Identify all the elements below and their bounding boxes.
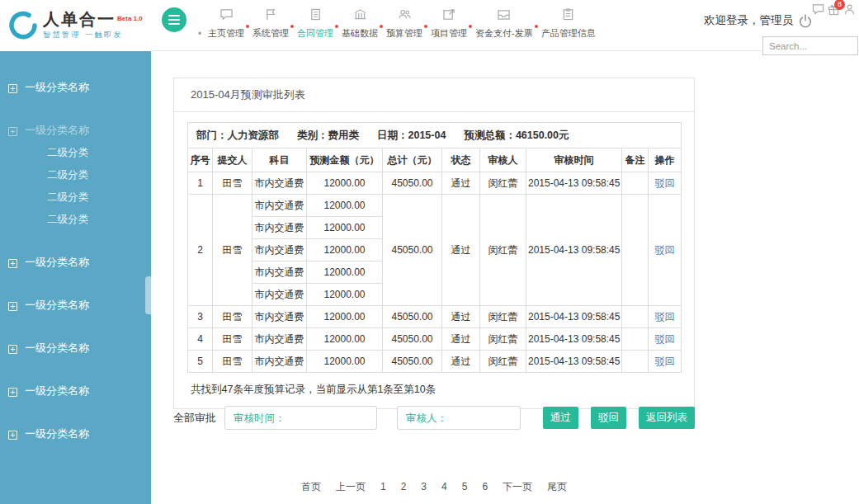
menu-toggle-button[interactable] bbox=[162, 7, 186, 32]
power-icon[interactable] bbox=[798, 14, 813, 29]
action-cell: 驳回 bbox=[649, 195, 682, 306]
nav-item[interactable]: 资金支付-发票 bbox=[475, 8, 533, 40]
nav-item-label: 项目管理 bbox=[431, 27, 467, 40]
review-time-cell: 2015-04-13 09:58:45 bbox=[526, 306, 622, 328]
sidebar-menu: +一级分类名称+一级分类名称二级分类二级分类二级分类二级分类+一级分类名称+一级… bbox=[0, 51, 151, 445]
sidebar-item-label: 一级分类名称 bbox=[25, 341, 89, 354]
reject-link[interactable]: 驳回 bbox=[655, 177, 675, 189]
sidebar-item-category[interactable]: +一级分类名称 bbox=[0, 294, 151, 317]
status-cell: 通过 bbox=[442, 328, 480, 351]
nav-item[interactable]: 系统管理 bbox=[253, 8, 289, 40]
back-to-list-button[interactable]: 返回列表 bbox=[639, 407, 695, 429]
submitter-cell: 田雪 bbox=[213, 351, 253, 373]
reject-link[interactable]: 驳回 bbox=[655, 356, 675, 367]
nav-item[interactable]: 产品管理信息 bbox=[541, 8, 596, 40]
column-header: 科目 bbox=[253, 148, 307, 172]
table-row: 2田雪市内交通费12000.0045050.00通过闵红蕾2015-04-13 … bbox=[188, 195, 682, 217]
forecast-table-body: 部门：人力资源部类别：费用类日期：2015-04预测总额：46150.00元序号… bbox=[188, 123, 682, 373]
reviewer-input[interactable] bbox=[397, 406, 521, 430]
nav-item[interactable]: 预算管理 bbox=[386, 8, 422, 40]
tree-expand-icon[interactable]: + bbox=[8, 84, 17, 93]
summary-pair: 类别：费用类 bbox=[297, 130, 359, 141]
column-header: 审核时间 bbox=[526, 148, 622, 172]
nav-item[interactable]: 主页管理 bbox=[208, 8, 244, 40]
total-cell: 45050.00 bbox=[383, 306, 442, 328]
tree-expand-icon[interactable]: + bbox=[8, 345, 17, 354]
reject-link[interactable]: 驳回 bbox=[655, 333, 675, 345]
sidebar-item-category[interactable]: +一级分类名称 bbox=[0, 76, 151, 99]
tree-expand-icon[interactable]: + bbox=[8, 431, 17, 440]
sidebar-item-subcategory[interactable]: 二级分类 bbox=[0, 142, 151, 164]
tree-expand-icon[interactable]: + bbox=[8, 302, 17, 311]
approval-bar: 全部审批 通过 驳回 返回列表 bbox=[173, 406, 695, 430]
column-header: 状态 bbox=[442, 148, 480, 172]
summary-cell: 部门：人力资源部类别：费用类日期：2015-04预测总额：46150.00元 bbox=[188, 123, 682, 148]
pagination-next[interactable]: 下一页 bbox=[503, 481, 532, 492]
table-row: 4田雪市内交通费12000.0045050.00通过闵红蕾2015-04-13 … bbox=[188, 328, 682, 351]
action-cell: 驳回 bbox=[649, 351, 682, 373]
total-cell: 45050.00 bbox=[383, 328, 442, 351]
page-number[interactable]: 1 bbox=[380, 481, 386, 492]
flag-icon bbox=[264, 8, 278, 21]
page-number[interactable]: 3 bbox=[421, 481, 427, 492]
sidebar-item-category[interactable]: +一级分类名称 bbox=[0, 251, 151, 274]
doc-icon bbox=[309, 8, 323, 21]
status-cell: 通过 bbox=[442, 351, 480, 373]
amount-cell: 12000.00 bbox=[307, 261, 383, 284]
notification-dot bbox=[290, 25, 294, 28]
pagination-prev[interactable]: 上一页 bbox=[336, 481, 366, 492]
sidebar-item-category[interactable]: +一级分类名称 bbox=[0, 379, 151, 403]
submitter-cell: 田雪 bbox=[213, 195, 253, 306]
sidebar-item-subcategory[interactable]: 二级分类 bbox=[0, 209, 151, 231]
main-content: 2015-04月预测审批列表 部门：人力资源部类别：费用类日期：2015-04预… bbox=[151, 51, 859, 504]
sidebar-item-subcategory[interactable]: 二级分类 bbox=[0, 164, 151, 186]
tree-expand-icon[interactable]: + bbox=[8, 388, 17, 397]
sidebar-item-category[interactable]: +一级分类名称 bbox=[0, 119, 151, 142]
summary-pair: 日期：2015-04 bbox=[377, 130, 446, 141]
reviewer-cell: 闵红蕾 bbox=[480, 172, 526, 195]
seq-cell: 1 bbox=[188, 172, 213, 195]
review-time-input[interactable] bbox=[224, 406, 377, 430]
panel-body: 部门：人力资源部类别：费用类日期：2015-04预测总额：46150.00元序号… bbox=[174, 112, 694, 408]
table-row: 3田雪市内交通费12000.0045050.00通过闵红蕾2015-04-13 … bbox=[188, 306, 682, 328]
subject-cell: 市内交通费 bbox=[253, 328, 307, 351]
reject-button[interactable]: 驳回 bbox=[591, 407, 626, 429]
sidebar-collapse-handle[interactable] bbox=[145, 276, 151, 314]
page-number[interactable]: 5 bbox=[462, 481, 468, 492]
action-cell: 驳回 bbox=[649, 306, 682, 328]
column-header: 序号 bbox=[188, 148, 213, 172]
reject-link[interactable]: 驳回 bbox=[655, 311, 675, 323]
seq-cell: 2 bbox=[188, 195, 213, 306]
status-cell: 通过 bbox=[442, 172, 480, 195]
sidebar: +一级分类名称+一级分类名称二级分类二级分类二级分类二级分类+一级分类名称+一级… bbox=[0, 51, 151, 504]
status-cell: 通过 bbox=[442, 306, 480, 328]
page-number[interactable]: 2 bbox=[401, 481, 407, 492]
nav-item[interactable]: 合同管理 bbox=[297, 8, 333, 40]
pagination-first[interactable]: 首页 bbox=[301, 481, 321, 492]
message-icon[interactable] bbox=[812, 3, 824, 16]
remark-cell bbox=[622, 306, 649, 328]
summary-pair: 预测总额：46150.00元 bbox=[464, 130, 569, 141]
notification-dot bbox=[246, 25, 249, 28]
nav-item[interactable]: 基础数据 bbox=[342, 8, 378, 40]
review-time-cell: 2015-04-13 09:58:45 bbox=[526, 351, 622, 373]
pagination-last[interactable]: 尾页 bbox=[547, 481, 567, 492]
page-number[interactable]: 4 bbox=[441, 481, 447, 492]
subject-cell: 市内交通费 bbox=[253, 261, 307, 284]
reject-link[interactable]: 驳回 bbox=[655, 244, 675, 256]
subject-cell: 市内交通费 bbox=[253, 284, 307, 306]
seq-cell: 3 bbox=[188, 306, 213, 328]
tree-expand-icon[interactable]: + bbox=[8, 259, 17, 268]
sidebar-item-category[interactable]: +一级分类名称 bbox=[0, 422, 151, 445]
tree-expand-icon[interactable]: + bbox=[8, 127, 17, 136]
search-input[interactable] bbox=[762, 36, 858, 55]
total-cell: 45050.00 bbox=[383, 351, 442, 373]
sidebar-item-subcategory[interactable]: 二级分类 bbox=[0, 186, 151, 209]
page-number[interactable]: 6 bbox=[482, 481, 488, 492]
user-icon[interactable] bbox=[843, 3, 856, 16]
sidebar-item-category[interactable]: +一级分类名称 bbox=[0, 337, 151, 360]
panel-title: 2015-04月预测审批列表 bbox=[174, 78, 694, 112]
amount-cell: 12000.00 bbox=[307, 328, 383, 351]
nav-item[interactable]: 项目管理 bbox=[431, 8, 467, 40]
approve-button[interactable]: 通过 bbox=[543, 407, 578, 429]
